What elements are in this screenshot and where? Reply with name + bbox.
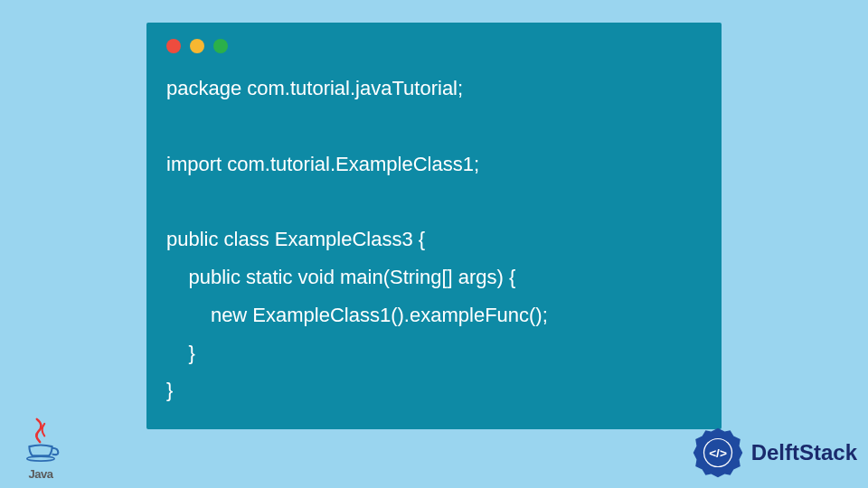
maximize-icon bbox=[213, 39, 228, 53]
delftstack-logo: </> DelftStack bbox=[690, 425, 857, 481]
java-logo: Java bbox=[22, 418, 60, 481]
java-cup-icon bbox=[22, 418, 60, 467]
delftstack-label: DelftStack bbox=[751, 440, 857, 465]
java-label: Java bbox=[29, 467, 53, 481]
code-window: package com.tutorial.javaTutorial; impor… bbox=[146, 23, 722, 429]
window-controls bbox=[166, 39, 702, 53]
svg-point-0 bbox=[27, 456, 54, 461]
delftstack-icon: </> bbox=[690, 425, 746, 481]
minimize-icon bbox=[190, 39, 204, 53]
svg-text:</>: </> bbox=[709, 446, 727, 460]
code-block: package com.tutorial.javaTutorial; impor… bbox=[166, 70, 702, 409]
close-icon bbox=[166, 39, 181, 53]
